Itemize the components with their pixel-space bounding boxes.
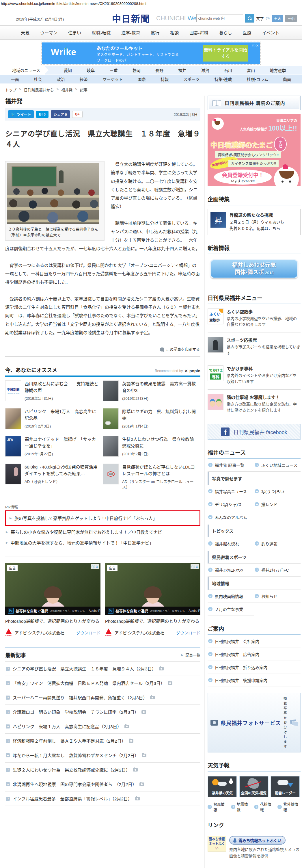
breadcrumb-article[interactable]: 記事	[80, 87, 88, 92]
cat-video[interactable]: 動画	[283, 76, 291, 82]
sidebar-link[interactable]: ➔福井発 記事一覧	[208, 459, 254, 472]
sidebar-link[interactable]: ➔福井ﾐﾗｸﾙｴﾚﾌｧﾝﾂ	[208, 563, 254, 577]
latest-item[interactable]: ➔スーパーハニー再開見送り 福井駅西口再開発、負担重く（2月3日）	[5, 690, 200, 705]
region-elections[interactable]: 地方選挙	[270, 67, 286, 73]
uv-link[interactable]: ➔紫外線情報	[277, 801, 301, 812]
subscribe-banner[interactable]: 日刊県民福井 購読のご案内	[208, 96, 301, 110]
earthquake-link[interactable]: ➔地震情報	[231, 801, 250, 812]
nav-travel[interactable]: 旅行	[151, 29, 159, 35]
kikaku-item[interactable]: 昇 昇龍道の新たなる挑戦 ２月２５日（月）ウィルあいち先着８００名。応募はこちら	[208, 209, 301, 235]
tweet-button[interactable]: 🐦ツイート	[8, 110, 34, 118]
site-logo[interactable]: 中日新聞 CHUNICHI Web	[112, 11, 200, 25]
print-article-link[interactable]: この記事を印刷する	[166, 347, 200, 351]
cat-feature[interactable]: 特報	[161, 76, 169, 82]
sidebar-link[interactable]: ➔撮レンド	[254, 498, 301, 511]
cat-world[interactable]: 国際	[138, 76, 146, 82]
nav-medical[interactable]: 医療	[242, 29, 251, 35]
pollen-link[interactable]: ➔花粉情報	[254, 801, 274, 812]
region-nagano[interactable]: 長野	[155, 67, 163, 73]
recommend-item[interactable]: 中日新聞CHUNICHI Web 西川県政と共に歩む会 支持継続と静観の声(20…	[5, 377, 103, 404]
latest-item[interactable]: ➔ハピリンク 来場１万人 高志高生に記念品（2月3日）	[5, 719, 200, 734]
nav-living[interactable]: 暮らし	[219, 29, 232, 35]
recommend-ad-item[interactable]: 130 自覚症状がほとんど存在しないLDLコレステロールの怖さとはAD（サンスタ…	[103, 460, 200, 493]
recommend-ad-item[interactable]: 60.0kg→48.8kgに!?米国発の糖質活用ダイエットを試してみた結果…AD…	[5, 460, 103, 493]
sidebar-link[interactable]: ➔日刊県民福井 会社案内	[208, 635, 301, 648]
sidebar-link[interactable]: ➔写(うつ)ろい	[254, 485, 301, 498]
sidebar-link[interactable]: ➔日刊県民福井 折り込み案内	[208, 661, 301, 674]
region-aichi[interactable]: 愛知	[64, 67, 72, 73]
region-toyama[interactable]: 富山	[247, 67, 255, 73]
recommend-item[interactable]: 生徒2人にわいせつ行為 県立校教諭懲戒免職に(2019年2月2日)	[103, 432, 200, 460]
sidebar-link[interactable]: ➔お知らせ	[254, 590, 301, 603]
latest-item[interactable]: ➔生徒２人にわいせつ行為 県立校教諭懲戒免職に（2月2日）	[5, 763, 200, 777]
font-larger-button[interactable]: ＋大	[272, 15, 283, 22]
googleplus-button[interactable]: G+	[72, 111, 82, 118]
cat-economy[interactable]: 経済	[80, 76, 88, 82]
region-shizuoka[interactable]: 静岡	[133, 67, 141, 73]
download-link[interactable]: ダウンロード	[76, 630, 100, 636]
article-list-link[interactable]: ▶記事一覧	[181, 652, 200, 658]
cat-editorial[interactable]: 社説・コラム	[247, 76, 268, 82]
cat-politics[interactable]: 政治	[57, 76, 65, 82]
ad-info-close-icon[interactable]: ⓘ X	[253, 43, 259, 48]
recommend-item[interactable]: JFA 福井ユナイテッド 旗揚げ 「サッカー通じ幸せを」(2019年1月27日)	[5, 432, 103, 460]
facebook-share-button[interactable]: シェア 0	[51, 110, 70, 118]
latest-item[interactable]: ➔経済新戦略２年前倒し 県ＡＩや人手不足対応（2月2日）	[5, 734, 200, 748]
cat-front[interactable]: 一面	[11, 76, 19, 82]
menu-item-sora[interactable]: ふくい空散歩 ふくい空散歩県内の小学校周辺を空から撮影、地域の自慢などを紹介しま…	[208, 304, 301, 333]
pressnet-link-item[interactable]: 役立った 日本新聞協会 社会がわかる、ジブンになる。シンブン、よんどく！	[208, 864, 301, 868]
popin-credit[interactable]: Recommended by ✕popIn	[155, 368, 200, 373]
sidebar-link[interactable]: ➔福井写真ニュース	[208, 485, 254, 498]
latest-item[interactable]: ➔介護職ロゴ 明るい印象 学校説明会 チラシに印字（2月3日）	[5, 705, 200, 719]
sidebar-link[interactable]: ➔デリ写(シャ)ス	[208, 498, 254, 511]
region-ishikawa[interactable]: 石川	[224, 67, 232, 73]
nav-woman[interactable]: ウーマン	[40, 29, 58, 35]
weather-tile-national[interactable]: 全国の天気・概況	[239, 776, 269, 797]
typhoon-link[interactable]: ➔台風情報	[208, 801, 227, 812]
weather-tile-radar[interactable]: 雨雲レーダー	[271, 776, 300, 797]
facebook-banner[interactable]: f 日刊県民福井 facebook	[208, 424, 301, 440]
nav-housing[interactable]: 住まい	[68, 29, 81, 35]
nav-events[interactable]: イベント	[262, 29, 279, 35]
menu-item-tonari[interactable]: 隣の仕事場 お邪魔します！働き方の改革に取り組む企業を訪ね、幸せに働けるヒントを…	[208, 390, 301, 418]
sidebar-link[interactable]: ➔県内映画館情報	[208, 590, 254, 603]
latest-item[interactable]: ➔シニアの学び直し活況 県立大聴講生 １８年度 急増９４人（2月3日）	[5, 661, 200, 676]
nav-weather[interactable]: 天気	[21, 29, 29, 35]
photo-service-banner[interactable]: 県民福井フォトサービス 掲載写真をお分けします	[208, 693, 301, 752]
pr-link[interactable]: ▶旅の写真を投稿して豪華賞品をゲットしよう！中日旅行ナビ「ぶらっ人」	[9, 513, 197, 523]
sidebar-link[interactable]: ➔日刊県民福井 後援申請案内	[208, 674, 301, 687]
latest-item[interactable]: ➔北潟湖再生へ現地視察 国の専門家会議や関係者ら （2月2日）	[5, 777, 200, 792]
breadcrumb-fukui[interactable]: 福井発	[61, 87, 72, 92]
weather-tile-fukui[interactable]: 福井県の天気	[208, 776, 237, 797]
nav-jobs[interactable]: 就職・転職	[92, 29, 110, 35]
menu-item-sports[interactable]: スポーツ応援席県内の市民スポーツの結果を掲載しています	[208, 333, 301, 361]
region-shiga[interactable]: 滋賀	[201, 67, 209, 73]
sidebar-link[interactable]: ➔福井ﾕﾅｲﾃｯﾄﾞFC	[254, 563, 301, 577]
kokutai-banner[interactable]: 福井しあわせ元気 国体・障スポ2018	[210, 259, 298, 278]
latest-item[interactable]: ➔「格安」ワイン 消費拡大商機 日欧ＥＰＡ発効 県内酒店セール（2月3日）	[5, 676, 200, 690]
pr-link[interactable]: ▶暮らしの小さな悩みや疑問に専門家が無料でお答えします！／中日教えてナビ	[5, 527, 200, 537]
latest-item[interactable]: ➔昨冬から一転１月大雪なし 敦賀降雪わずか３センチ（2月2日）	[5, 748, 200, 763]
recommend-item[interactable]: ハピリンク 来場1万人 高志高生に記念品(2019年2月3日)	[5, 404, 103, 432]
pr-link[interactable]: ▶中部地区の大学を探すなら、地元の進学情報サイトで！「中日進学ナビ」	[5, 537, 200, 548]
hatena-button[interactable]: B! 0	[36, 111, 48, 118]
sidebar-link[interactable]: ➔釣り週報	[254, 537, 301, 550]
wrike-banner-ad[interactable]: Wrike ✓ あなたのツールキット タスクをボード、ガントチャート、リストで見…	[42, 42, 260, 64]
recommend-item[interactable]: 除草にヤギの力 県、無料貸し出し開始(2019年1月4日)	[103, 404, 200, 432]
cat-series[interactable]: 特集・連載	[214, 76, 232, 82]
recommend-item[interactable]: 英語学習の成果を披露 美方高一貫教育の中3(2019年2月3日)	[103, 377, 200, 404]
breadcrumb-kenmin[interactable]: 日刊県民福井から	[24, 87, 54, 92]
nav-education[interactable]: 進学・教育	[121, 29, 140, 35]
region-mie[interactable]: 三重	[109, 67, 118, 73]
nav-advice[interactable]: 相談	[170, 29, 179, 35]
nav-igo-shogi[interactable]: 囲碁・将棋	[190, 29, 208, 35]
search-input[interactable]	[196, 14, 243, 22]
adobe-ad[interactable]: 広告 ⓘ X Ps 被写体を自動で選択 選択範囲のとり方、変わります。 Adob…	[5, 563, 100, 637]
menu-item-dekake[interactable]: でかけま専科 でかけま専科県内外のイベントやお出かけ案内などを収録しています	[208, 361, 301, 390]
adobe-ad[interactable]: 広告 ⓘ X Ps 被写体を自動で選択 選択範囲のとり方、変わります。 Adob…	[105, 563, 200, 637]
nurse-navi-ad[interactable]: 東海エリアの 人気病院の情報が100以上!! 中日看護師のたまご ナビ 資料請求…	[208, 114, 301, 186]
sidebar-link[interactable]: ➔ふくい地域ニュース	[254, 459, 301, 472]
download-link[interactable]: ダウンロード	[176, 630, 200, 636]
cat-market[interactable]: マーケット	[102, 76, 123, 82]
cat-society[interactable]: 社会	[34, 76, 42, 82]
